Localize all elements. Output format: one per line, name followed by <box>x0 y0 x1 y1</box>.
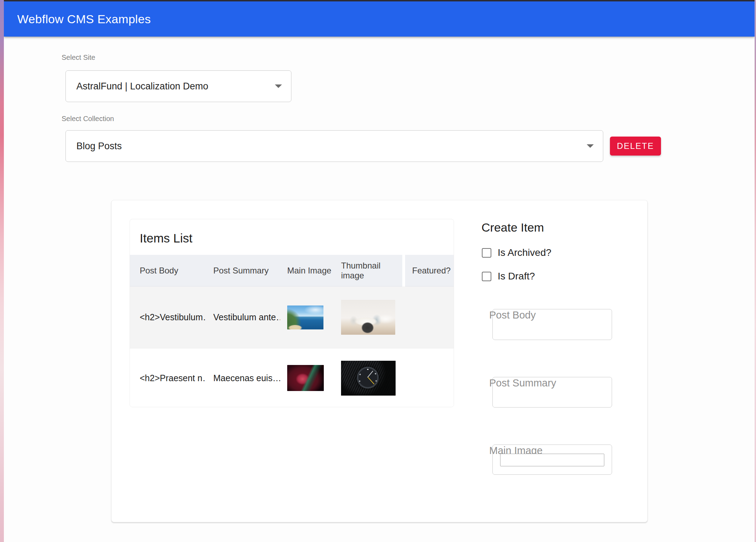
post-summary-field[interactable]: Post Summary <box>492 377 612 408</box>
dropdown-caret-icon <box>587 144 594 148</box>
collection-select[interactable]: Blog Posts <box>65 130 603 162</box>
cell-featured <box>405 286 454 348</box>
site-select[interactable]: AstralFund | Localization Demo <box>65 70 291 102</box>
cell-post-summary: Maecenas euis… <box>206 349 280 407</box>
cell-featured <box>405 349 454 407</box>
is-draft-checkbox-row[interactable]: Is Draft? <box>482 271 535 282</box>
cell-post-body: <h2>Praesent n… <box>130 349 206 407</box>
cell-main-image <box>280 286 334 348</box>
dropdown-caret-icon <box>275 84 282 88</box>
is-draft-checkbox[interactable] <box>482 272 491 281</box>
app-bar: Webflow CMS Examples <box>4 1 755 37</box>
cell-post-body: <h2>Vestibulum… <box>130 286 206 348</box>
window-edge-gradient-left <box>0 0 4 542</box>
content-card: Items List Post Body Post Summary Main I… <box>111 200 648 522</box>
create-item-title: Create Item <box>481 221 544 234</box>
cell-post-summary: Vestibulum ante… <box>206 286 280 348</box>
column-header-thumbnail-image: Thumbnail image <box>334 255 402 286</box>
cell-thumbnail-image <box>334 349 405 407</box>
is-archived-checkbox[interactable] <box>482 248 491 258</box>
white-cafe-interior-photo <box>341 300 395 335</box>
table-row[interactable]: <h2>Praesent n… Maecenas euis… <box>130 349 454 407</box>
items-list-title: Items List <box>140 231 193 245</box>
cell-thumbnail-image <box>334 286 405 348</box>
watch-minute-hand <box>367 371 373 378</box>
column-header-post-summary: Post Summary <box>206 255 280 286</box>
table-row[interactable]: <h2>Vestibulum… Vestibulum ante… <box>130 286 454 348</box>
collection-select-value: Blog Posts <box>76 141 122 152</box>
post-body-field-label: Post Body <box>489 309 536 321</box>
window-top-edge <box>4 0 756 1</box>
column-header-post-body: Post Body <box>130 255 206 286</box>
is-draft-label: Is Draft? <box>498 271 535 282</box>
post-body-field[interactable]: Post Body <box>492 309 612 340</box>
post-summary-field-label: Post Summary <box>489 377 556 389</box>
cell-main-image <box>280 349 334 407</box>
column-header-featured: Featured? <box>405 255 454 286</box>
site-select-value: AstralFund | Localization Demo <box>76 81 208 92</box>
is-archived-checkbox-row[interactable]: Is Archived? <box>482 247 552 258</box>
main-image-input[interactable] <box>500 454 604 466</box>
select-collection-label: Select Collection <box>62 115 114 123</box>
window-edge-gradient-right <box>755 0 756 542</box>
watch-face <box>357 367 379 389</box>
column-divider <box>402 255 405 286</box>
column-header-main-image: Main Image <box>280 255 334 286</box>
watch-second-hand <box>368 377 374 384</box>
red-lit-hands-photo <box>287 365 324 391</box>
items-list-panel: Items List Post Body Post Summary Main I… <box>130 219 454 407</box>
delete-button[interactable]: DELETE <box>610 137 661 156</box>
dark-wristwatch-photo <box>341 361 396 396</box>
main-image-field-group: Main Image <box>492 445 612 475</box>
is-archived-label: Is Archived? <box>498 247 552 258</box>
coastal-cliff-and-sea-photo <box>287 305 323 329</box>
page-title: Webflow CMS Examples <box>17 12 151 26</box>
select-site-label: Select Site <box>62 53 95 62</box>
table-header-row: Post Body Post Summary Main Image Thumbn… <box>130 255 454 286</box>
